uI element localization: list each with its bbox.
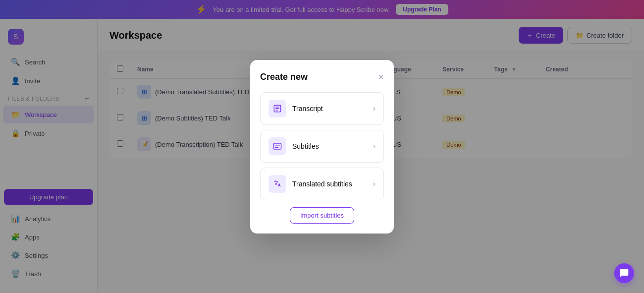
chevron-right-icon: › xyxy=(373,179,376,188)
import-subtitles-button[interactable]: Import subtitles xyxy=(290,207,354,224)
modal-header: Create new × xyxy=(260,72,384,82)
svg-rect-5 xyxy=(275,145,280,146)
subtitles-label: Subtitles xyxy=(292,142,319,150)
chat-bubble-button[interactable] xyxy=(614,263,634,283)
modal-option-transcript[interactable]: Transcript › xyxy=(260,92,384,125)
translated-icon xyxy=(268,175,286,193)
chevron-right-icon: › xyxy=(373,104,376,113)
translated-subtitles-label: Translated subtitles xyxy=(292,180,352,188)
subtitles-icon xyxy=(268,137,286,155)
modal-close-button[interactable]: × xyxy=(378,72,384,82)
modal-option-subtitles[interactable]: Subtitles › xyxy=(260,130,384,163)
modal-title: Create new xyxy=(260,72,308,82)
modal-option-translated-subtitles[interactable]: Translated subtitles › xyxy=(260,168,384,200)
create-new-modal: Create new × Transcript › xyxy=(250,60,394,234)
modal-footer: Import subtitles xyxy=(260,207,384,224)
svg-rect-6 xyxy=(275,147,279,148)
transcript-icon xyxy=(268,100,286,117)
modal-overlay[interactable]: Create new × Transcript › xyxy=(0,0,644,293)
transcript-label: Transcript xyxy=(292,105,323,113)
chevron-right-icon: › xyxy=(373,142,376,151)
